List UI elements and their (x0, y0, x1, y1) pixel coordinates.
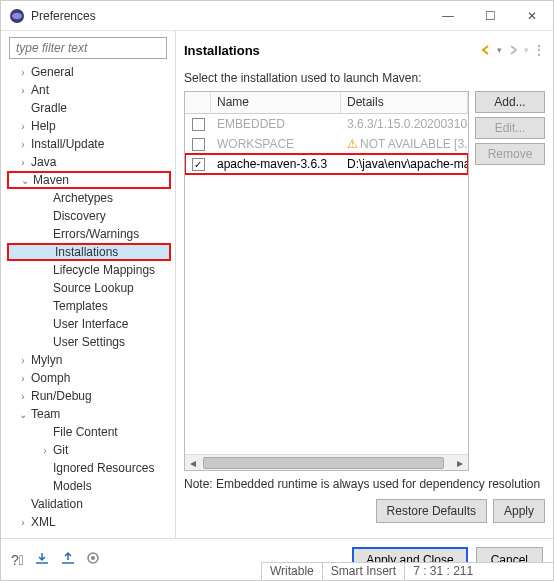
tree-item-label: Git (53, 443, 68, 457)
tree-item-xml[interactable]: ›XML (7, 513, 171, 531)
chevron-right-icon[interactable]: › (17, 66, 29, 78)
tree-item-label: XML (31, 515, 56, 529)
import-icon[interactable] (34, 551, 50, 568)
chevron-right-icon[interactable]: › (17, 84, 29, 96)
status-bar: Writable Smart Insert 7 : 31 : 211 (261, 562, 553, 580)
record-icon[interactable] (86, 551, 100, 568)
chevron-right-icon[interactable]: › (17, 354, 29, 366)
table-row[interactable]: EMBEDDED3.6.3/1.15.0.20200310-1832 (185, 114, 468, 134)
tree-item-general[interactable]: ›General (7, 63, 171, 81)
scroll-right-icon[interactable]: ▸ (452, 455, 468, 470)
tree-item-file-content[interactable]: File Content (7, 423, 171, 441)
tree-item-templates[interactable]: Templates (7, 297, 171, 315)
page-title: Installations (184, 43, 479, 58)
column-check[interactable] (185, 92, 211, 113)
tree-item-user-settings[interactable]: User Settings (7, 333, 171, 351)
tree-item-errors-warnings[interactable]: Errors/Warnings (7, 225, 171, 243)
tree-item-maven[interactable]: ⌄Maven (7, 171, 171, 189)
checkbox[interactable] (192, 118, 205, 131)
tree-item-installations[interactable]: Installations (7, 243, 171, 261)
forward-dropdown-icon[interactable]: ▾ (524, 45, 529, 55)
chevron-right-icon[interactable]: › (39, 444, 51, 456)
back-dropdown-icon[interactable]: ▾ (497, 45, 502, 55)
tree-item-source-lookup[interactable]: Source Lookup (7, 279, 171, 297)
tree-item-help[interactable]: ›Help (7, 117, 171, 135)
filter-input[interactable] (9, 37, 167, 59)
table-row[interactable]: ✓apache-maven-3.6.3D:\java\env\apache-ma… (185, 154, 468, 174)
tree-item-install-update[interactable]: ›Install/Update (7, 135, 171, 153)
eclipse-icon (9, 8, 25, 24)
tree-item-ant[interactable]: ›Ant (7, 81, 171, 99)
chevron-right-icon[interactable]: › (17, 138, 29, 150)
forward-icon[interactable] (506, 43, 520, 57)
table-header: Name Details (185, 92, 468, 114)
cell-details-text: D:\java\env\apache-maven-3.6.3 3.6.3 (347, 157, 468, 171)
window-title: Preferences (31, 9, 427, 23)
close-button[interactable]: ✕ (511, 2, 553, 30)
window-controls: — ☐ ✕ (427, 2, 553, 30)
cell-name: EMBEDDED (211, 117, 341, 131)
back-icon[interactable] (479, 43, 493, 57)
tree-item-user-interface[interactable]: User Interface (7, 315, 171, 333)
cell-details-text: 3.6.3/1.15.0.20200310-1832 (347, 117, 468, 131)
chevron-down-icon[interactable]: ⌄ (17, 408, 29, 420)
titlebar: Preferences — ☐ ✕ (1, 1, 553, 31)
add-button[interactable]: Add... (475, 91, 545, 113)
tree-item-label: Oomph (31, 371, 70, 385)
tree-item-label: Run/Debug (31, 389, 92, 403)
tree-item-label: Gradle (31, 101, 67, 115)
preferences-sidebar: ›General›Ant Gradle›Help›Install/Update›… (1, 31, 176, 538)
minimize-button[interactable]: — (427, 2, 469, 30)
installations-table[interactable]: Name Details EMBEDDED3.6.3/1.15.0.202003… (184, 91, 469, 471)
tree-item-label: Mylyn (31, 353, 62, 367)
tree-item-ignored-resources[interactable]: Ignored Resources (7, 459, 171, 477)
edit-button[interactable]: Edit... (475, 117, 545, 139)
tree-item-label: Models (53, 479, 92, 493)
tree-item-label: Java (31, 155, 56, 169)
apply-button[interactable]: Apply (493, 499, 545, 523)
tree-item-java[interactable]: ›Java (7, 153, 171, 171)
menu-icon[interactable]: ⋮ (533, 43, 545, 57)
tree-item-label: Lifecycle Mappings (53, 263, 155, 277)
chevron-right-icon[interactable]: › (17, 156, 29, 168)
scroll-thumb[interactable] (203, 457, 444, 469)
preferences-tree[interactable]: ›General›Ant Gradle›Help›Install/Update›… (5, 63, 171, 532)
tree-item-git[interactable]: ›Git (7, 441, 171, 459)
note-text: Note: Embedded runtime is always used fo… (184, 477, 545, 491)
chevron-right-icon[interactable]: › (17, 390, 29, 402)
table-body: EMBEDDED3.6.3/1.15.0.20200310-1832WORKSP… (185, 114, 468, 454)
chevron-right-icon[interactable]: › (17, 120, 29, 132)
tree-item-models[interactable]: Models (7, 477, 171, 495)
checkbox[interactable] (192, 138, 205, 151)
table-row[interactable]: WORKSPACE⚠NOT AVAILABLE [3.0,) (185, 134, 468, 154)
tree-item-discovery[interactable]: Discovery (7, 207, 171, 225)
chevron-right-icon[interactable]: › (17, 516, 29, 528)
chevron-right-icon[interactable]: › (17, 372, 29, 384)
column-details[interactable]: Details (341, 92, 468, 113)
tree-item-label: Discovery (53, 209, 106, 223)
tree-item-gradle[interactable]: Gradle (7, 99, 171, 117)
cell-details-text: NOT AVAILABLE [3.0,) (360, 137, 468, 151)
tree-item-team[interactable]: ⌄Team (7, 405, 171, 423)
remove-button[interactable]: Remove (475, 143, 545, 165)
instruction-text: Select the installation used to launch M… (184, 71, 545, 85)
help-icon[interactable]: ?⃝ (11, 552, 24, 568)
horizontal-scrollbar[interactable]: ◂ ▸ (185, 454, 468, 470)
chevron-down-icon[interactable]: ⌄ (19, 174, 31, 186)
tree-item-validation[interactable]: Validation (7, 495, 171, 513)
preferences-window: Preferences — ☐ ✕ ›General›Ant Gradle›He… (0, 0, 554, 581)
tree-item-oomph[interactable]: ›Oomph (7, 369, 171, 387)
tree-item-archetypes[interactable]: Archetypes (7, 189, 171, 207)
checkbox[interactable]: ✓ (192, 158, 205, 171)
tree-item-run-debug[interactable]: ›Run/Debug (7, 387, 171, 405)
tree-item-lifecycle-mappings[interactable]: Lifecycle Mappings (7, 261, 171, 279)
column-name[interactable]: Name (211, 92, 341, 113)
export-icon[interactable] (60, 551, 76, 568)
status-position: 7 : 31 : 211 (404, 563, 481, 580)
cell-name: WORKSPACE (211, 137, 341, 151)
restore-defaults-button[interactable]: Restore Defaults (376, 499, 487, 523)
tree-item-label: Validation (31, 497, 83, 511)
tree-item-mylyn[interactable]: ›Mylyn (7, 351, 171, 369)
scroll-left-icon[interactable]: ◂ (185, 455, 201, 470)
maximize-button[interactable]: ☐ (469, 2, 511, 30)
